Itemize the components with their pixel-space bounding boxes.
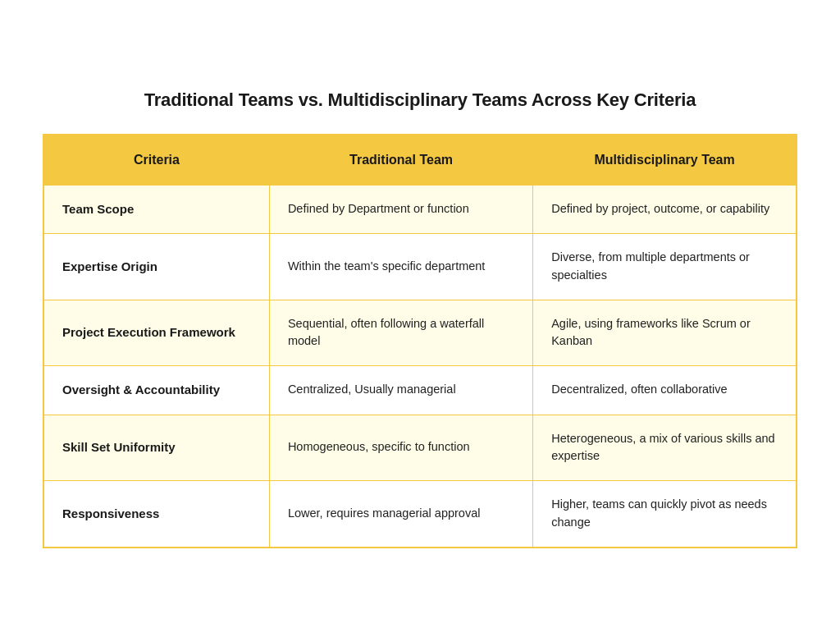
traditional-cell: Centralized, Usually managerial: [269, 366, 532, 415]
traditional-cell: Lower, requires managerial approval: [269, 481, 532, 548]
traditional-cell: Defined by Department or function: [269, 185, 532, 234]
multidisciplinary-cell: Decentralized, often collaborative: [533, 366, 797, 415]
table-header-row: Criteria Traditional Team Multidisciplin…: [43, 135, 797, 186]
criteria-cell: Skill Set Uniformity: [43, 415, 269, 481]
table-row: Oversight & AccountabilityCentralized, U…: [43, 366, 797, 415]
header-multidisciplinary: Multidisciplinary Team: [533, 135, 797, 186]
header-traditional: Traditional Team: [269, 135, 532, 186]
comparison-table: Criteria Traditional Team Multidisciplin…: [43, 134, 797, 548]
criteria-cell: Responsiveness: [43, 481, 269, 548]
multidisciplinary-cell: Diverse, from multiple departments or sp…: [533, 234, 797, 300]
header-criteria: Criteria: [43, 135, 269, 186]
multidisciplinary-cell: Agile, using frameworks like Scrum or Ka…: [533, 300, 797, 366]
criteria-cell: Team Scope: [43, 185, 269, 234]
table-row: ResponsivenessLower, requires managerial…: [43, 481, 797, 548]
table-row: Skill Set UniformityHomogeneous, specifi…: [43, 415, 797, 481]
page-title: Traditional Teams vs. Multidisciplinary …: [43, 89, 797, 111]
table-row: Project Execution FrameworkSequential, o…: [43, 300, 797, 366]
criteria-cell: Oversight & Accountability: [43, 366, 269, 415]
criteria-cell: Project Execution Framework: [43, 300, 269, 366]
traditional-cell: Within the team's specific department: [269, 234, 532, 300]
criteria-cell: Expertise Origin: [43, 234, 269, 300]
multidisciplinary-cell: Higher, teams can quickly pivot as needs…: [533, 481, 797, 548]
traditional-cell: Sequential, often following a waterfall …: [269, 300, 532, 366]
traditional-cell: Homogeneous, specific to function: [269, 415, 532, 481]
multidisciplinary-cell: Heterogeneous, a mix of various skills a…: [533, 415, 797, 481]
page-wrapper: Traditional Teams vs. Multidisciplinary …: [26, 65, 814, 573]
table-row: Expertise OriginWithin the team's specif…: [43, 234, 797, 300]
multidisciplinary-cell: Defined by project, outcome, or capabili…: [533, 185, 797, 234]
table-row: Team ScopeDefined by Department or funct…: [43, 185, 797, 234]
